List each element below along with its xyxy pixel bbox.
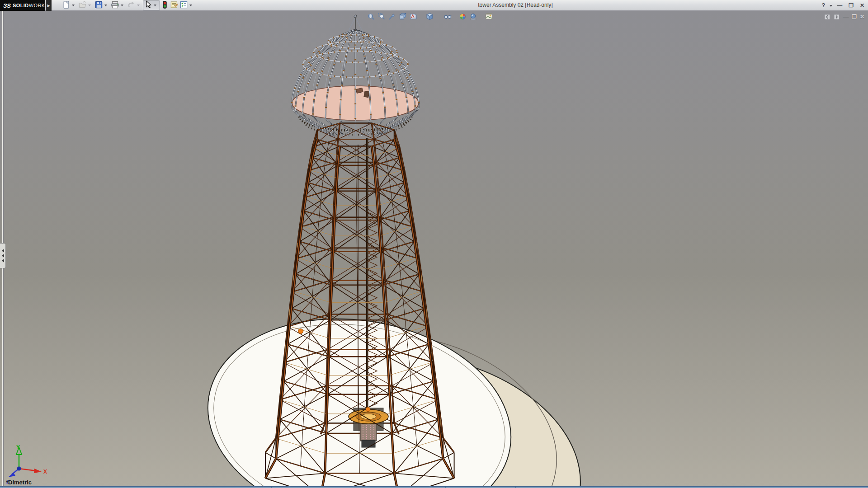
expand-right-panel-icon[interactable] (834, 14, 840, 20)
annotation-views-icon[interactable] (408, 13, 418, 22)
new-document-button[interactable] (61, 0, 78, 10)
help-button[interactable]: ? (820, 0, 827, 10)
dropdown-caret-icon[interactable] (189, 5, 192, 8)
options-button[interactable] (179, 0, 195, 10)
collapse-arrow-icon (0, 249, 4, 253)
new-document-icon (62, 0, 71, 10)
view-orientation-label: *Dimetric (6, 479, 32, 486)
doc-restore-button[interactable]: ❐ (852, 14, 857, 20)
traffic-light-icon (160, 0, 169, 10)
print-button[interactable] (110, 0, 127, 10)
previous-view-icon[interactable] (387, 13, 397, 22)
triad-origin (17, 467, 21, 471)
zoom-to-area-icon[interactable] (376, 13, 386, 22)
collapse-arrow-icon (0, 254, 4, 258)
section-view-icon[interactable] (397, 13, 407, 22)
edit-appearance-icon[interactable] (458, 13, 467, 22)
properties-icon (170, 0, 179, 10)
dropdown-caret-icon[interactable] (104, 5, 107, 8)
close-button[interactable]: ✕ (858, 0, 866, 10)
properties-button[interactable] (170, 0, 179, 10)
feature-panel-collapse-tab[interactable] (0, 243, 6, 268)
solidworks-window: ЗS SOLID WORKS ▶ tower Assembly 02 [Read… (0, 0, 868, 488)
window-title: tower Assembly 02 [Read-only] (448, 2, 583, 8)
dropdown-caret-icon[interactable] (154, 5, 156, 8)
restore-button[interactable]: ❐ (847, 0, 855, 10)
tower-assembly-model[interactable] (0, 11, 868, 486)
logo-3ds-mark: ЗS (3, 2, 11, 9)
view-settings-icon[interactable] (484, 13, 494, 22)
svg-text:X: X (43, 469, 47, 475)
doc-minimize-button[interactable]: — (843, 14, 849, 20)
view-orientation-icon[interactable] (425, 13, 434, 22)
main-toolbar (61, 0, 195, 10)
options-icon (179, 0, 188, 10)
zoom-to-fit-icon[interactable] (366, 13, 376, 22)
undo-icon (127, 0, 136, 10)
toolbar-expand-button[interactable]: ▶ (46, 0, 52, 11)
select-icon (144, 0, 152, 10)
logo-solid: SOLID (13, 3, 29, 8)
dropdown-caret-icon[interactable] (137, 5, 140, 8)
collapse-left-panel-icon[interactable] (824, 14, 830, 20)
undo-button[interactable] (127, 0, 143, 10)
status-bar (0, 486, 868, 488)
title-bar: ЗS SOLID WORKS ▶ tower Assembly 02 [Read… (0, 0, 868, 11)
svg-text:Y: Y (16, 444, 20, 450)
open-document-icon (78, 0, 87, 10)
traffic-light-button[interactable] (160, 0, 170, 10)
dropdown-caret-icon[interactable] (72, 5, 75, 8)
select-button[interactable] (143, 0, 160, 10)
save-button[interactable] (94, 0, 110, 10)
print-icon (111, 0, 119, 10)
doc-close-button[interactable]: ✕ (860, 14, 864, 20)
collapse-arrow-icon (0, 259, 4, 263)
dropdown-caret-icon[interactable] (121, 5, 123, 8)
window-controls: ? — ❐ ✕ (820, 0, 866, 11)
viewport-canvas[interactable]: — ❐ ✕ Y X Z (0, 11, 868, 486)
document-window-controls: — ❐ ✕ (824, 14, 864, 20)
open-document-button[interactable] (78, 0, 94, 10)
save-icon (94, 0, 103, 10)
minimize-button[interactable]: — (835, 0, 844, 10)
solidworks-logo: ЗS SOLID WORKS (0, 0, 45, 11)
triad-y-axis: Y (16, 444, 22, 469)
triad-x-axis: X (19, 469, 47, 475)
help-caret-icon[interactable] (830, 5, 832, 8)
hide-show-items-icon[interactable] (443, 13, 453, 22)
dropdown-caret-icon[interactable] (88, 5, 91, 8)
apply-scene-icon[interactable] (468, 13, 478, 22)
headsup-view-toolbar (0, 13, 868, 23)
